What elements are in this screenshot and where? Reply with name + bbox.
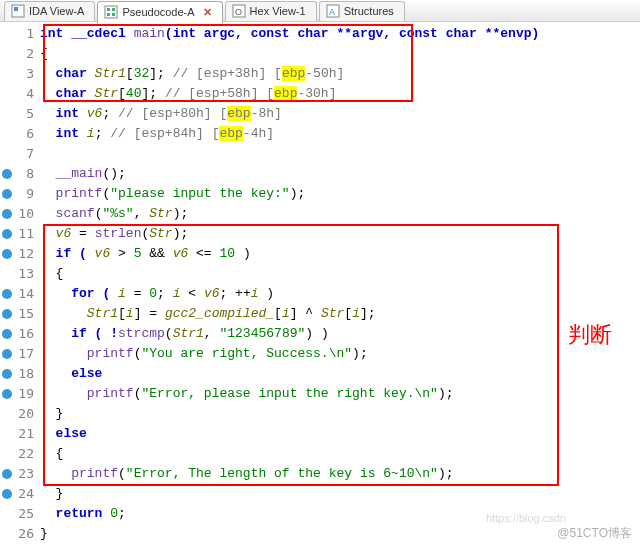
ida-icon <box>11 4 25 18</box>
code-line: char Str1[32]; // [esp+38h] [ebp-50h] <box>40 64 640 84</box>
watermark-faint: https://blog.csdn <box>486 512 566 524</box>
line-number[interactable]: 3 <box>0 64 40 84</box>
line-number[interactable]: 19 <box>0 384 40 404</box>
code-line: printf("please input the key:"); <box>40 184 640 204</box>
code-line: for ( i = 0; i < v6; ++i ) <box>40 284 640 304</box>
code-line: } <box>40 484 640 504</box>
tab-bar: IDA View-A Pseudocode-A ✕ O Hex View-1 A… <box>0 0 640 22</box>
line-number[interactable]: 15 <box>0 304 40 324</box>
line-number[interactable]: 21 <box>0 424 40 444</box>
svg-rect-4 <box>112 8 115 11</box>
line-number[interactable]: 20 <box>0 404 40 424</box>
tab-label: IDA View-A <box>29 5 84 17</box>
line-number[interactable]: 14 <box>0 284 40 304</box>
tab-label: Structures <box>344 5 394 17</box>
code-line: if ( !strcmp(Str1, "123456789") ) <box>40 324 640 344</box>
code-line: { <box>40 264 640 284</box>
tab-structures[interactable]: A Structures <box>319 1 405 21</box>
line-number[interactable]: 10 <box>0 204 40 224</box>
line-number[interactable]: 22 <box>0 444 40 464</box>
struct-icon: A <box>326 4 340 18</box>
line-number[interactable]: 1 <box>0 24 40 44</box>
svg-text:A: A <box>329 7 335 17</box>
hex-icon: O <box>232 4 246 18</box>
tab-label: Pseudocode-A <box>122 6 194 18</box>
line-number[interactable]: 7 <box>0 144 40 164</box>
svg-rect-6 <box>112 13 115 16</box>
code-line: scanf("%s", Str); <box>40 204 640 224</box>
line-number[interactable]: 16 <box>0 324 40 344</box>
code-line: printf("Error, please input the right ke… <box>40 384 640 404</box>
svg-text:O: O <box>235 7 242 17</box>
line-number[interactable]: 23 <box>0 464 40 484</box>
line-number[interactable]: 18 <box>0 364 40 384</box>
line-number[interactable]: 2 <box>0 44 40 64</box>
code-line: else <box>40 364 640 384</box>
code-line: __main(); <box>40 164 640 184</box>
code-line: } <box>40 404 640 424</box>
line-number[interactable]: 13 <box>0 264 40 284</box>
code-line: int v6; // [esp+80h] [ebp-8h] <box>40 104 640 124</box>
code-line: Str1[i] = gcc2_compiled_[i] ^ Str[i]; <box>40 304 640 324</box>
code-line: v6 = strlen(Str); <box>40 224 640 244</box>
line-number[interactable]: 12 <box>0 244 40 264</box>
code-line: { <box>40 44 640 64</box>
tab-pseudocode[interactable]: Pseudocode-A ✕ <box>97 1 222 23</box>
line-number[interactable]: 26 <box>0 524 40 544</box>
line-number[interactable]: 4 <box>0 84 40 104</box>
watermark: @51CTO博客 <box>557 525 632 542</box>
close-icon[interactable]: ✕ <box>203 6 212 19</box>
annotation-label: 判断 <box>568 320 612 350</box>
line-gutter: 1 2 3 4 5 6 7 8 9 10 11 12 13 14 15 16 1… <box>0 22 40 548</box>
line-number[interactable]: 24 <box>0 484 40 504</box>
code-line: if ( v6 > 5 && v6 <= 10 ) <box>40 244 640 264</box>
code-line: } <box>40 524 640 544</box>
line-number[interactable]: 6 <box>0 124 40 144</box>
svg-rect-3 <box>107 8 110 11</box>
line-number[interactable]: 9 <box>0 184 40 204</box>
line-number[interactable]: 25 <box>0 504 40 524</box>
code-line <box>40 144 640 164</box>
tab-ida-view[interactable]: IDA View-A <box>4 1 95 21</box>
code-editor: 1 2 3 4 5 6 7 8 9 10 11 12 13 14 15 16 1… <box>0 22 640 548</box>
line-number[interactable]: 11 <box>0 224 40 244</box>
line-number[interactable]: 8 <box>0 164 40 184</box>
line-number[interactable]: 5 <box>0 104 40 124</box>
code-line: { <box>40 444 640 464</box>
code-line: char Str[40]; // [esp+58h] [ebp-30h] <box>40 84 640 104</box>
svg-rect-5 <box>107 13 110 16</box>
line-number[interactable]: 17 <box>0 344 40 364</box>
tab-label: Hex View-1 <box>250 5 306 17</box>
svg-rect-2 <box>105 6 117 18</box>
code-line: printf("You are right, Success.\n"); <box>40 344 640 364</box>
code-line: int i; // [esp+84h] [ebp-4h] <box>40 124 640 144</box>
code-line: int __cdecl main(int argc, const char **… <box>40 24 640 44</box>
code-line: else <box>40 424 640 444</box>
pseudocode-icon <box>104 5 118 19</box>
code-line: printf("Error, The length of the key is … <box>40 464 640 484</box>
svg-rect-1 <box>14 7 18 11</box>
code-area[interactable]: int __cdecl main(int argc, const char **… <box>40 22 640 548</box>
tab-hex-view[interactable]: O Hex View-1 <box>225 1 317 21</box>
